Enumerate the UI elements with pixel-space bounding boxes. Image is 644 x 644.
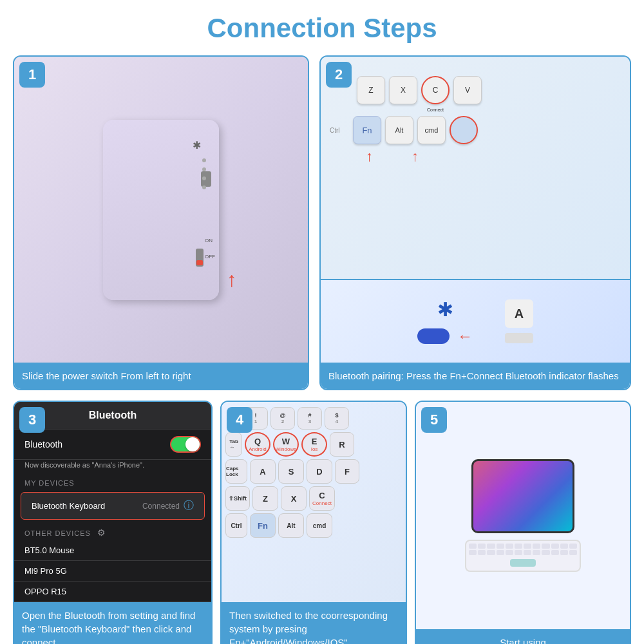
bt-indicator-bar — [417, 328, 450, 344]
bt-toggle-row: Bluetooth — [14, 430, 211, 460]
step4-caption: Then switched to the coorresponding syst… — [222, 602, 406, 644]
left-arrow: ← — [457, 327, 473, 345]
indicator-dots — [202, 158, 206, 189]
step5-image — [416, 402, 630, 629]
step5-number: 5 — [421, 407, 447, 433]
tablet-screen — [473, 461, 573, 531]
step1-image: ✱ ON OFF — [14, 57, 308, 363]
info-icon[interactable]: ⓘ — [184, 499, 194, 513]
step1-number: 1 — [19, 62, 45, 88]
step1-caption: Slide the power switch From left to righ… — [14, 363, 308, 389]
power-switch — [196, 249, 204, 267]
mini-keys-grid — [466, 541, 580, 558]
keyboard-side-illustration: ✱ ON OFF — [103, 120, 219, 300]
my-devices-header: MY DEVICES — [14, 474, 211, 489]
step2-number: 2 — [326, 62, 352, 88]
device-row-3[interactable]: OPPO R15 — [14, 582, 211, 602]
tablet-device — [471, 459, 574, 533]
other-devices-header: OTHER DEVICES ⚙ — [14, 522, 211, 540]
indicator-bar — [505, 333, 533, 343]
device-row-2[interactable]: Mi9 Pro 5G — [14, 561, 211, 582]
loading-icon: ⚙ — [97, 527, 106, 538]
bt-pairing-area: ✱ ← A — [321, 279, 630, 363]
page-title: Connection Steps — [207, 13, 437, 44]
bt-toggle[interactable] — [170, 436, 201, 453]
tablet-keyboard-illustration — [465, 459, 581, 572]
bt-connected-status: Connected — [142, 502, 180, 511]
step3-card: 3 Bluetooth Bluetooth Now discoverable a… — [13, 401, 213, 644]
step4-number: 4 — [227, 407, 252, 433]
toggle-thumb — [185, 437, 200, 451]
step1-card: 1 ✱ ON — [13, 55, 309, 390]
keyboard-device — [465, 540, 581, 572]
step4-card: 4 !1 @2 #3 $4 Tab↔ Q — [220, 401, 407, 644]
on-off-label: ON OFF — [205, 237, 215, 261]
bt-discoverable-text: Now discoverable as "Anna's iPhone". — [14, 460, 211, 474]
phone-screen: Bluetooth Bluetooth Now discoverable as … — [14, 402, 211, 602]
power-arrow: ↑ — [227, 268, 237, 292]
step2-image: ⇧ Shift Z X C Connect V Ctrl Fn Alt cmd — [321, 57, 630, 363]
page-container: Connection Steps 1 ✱ — [0, 0, 644, 644]
bt-device-name: Bluetooth Keyboard — [32, 501, 105, 511]
top-steps-row: 1 ✱ ON — [13, 55, 631, 390]
step5-caption: Start using — [416, 629, 630, 644]
keyboard-top-keys: ⇧ Shift Z X C Connect V Ctrl Fn Alt cmd — [321, 57, 630, 167]
touchpad-mini — [510, 559, 536, 567]
device-row-1[interactable]: BT5.0 Mouse — [14, 540, 211, 561]
bt-label: Bluetooth — [24, 439, 62, 450]
bt-symbol: ✱ — [437, 298, 453, 321]
step3-number: 3 — [19, 407, 45, 433]
bt-keyboard-row[interactable]: Bluetooth Keyboard Connected ⓘ — [21, 492, 205, 520]
up-arrows: ↑ ↑ — [327, 148, 623, 165]
bottom-steps-row: 3 Bluetooth Bluetooth Now discoverable a… — [13, 401, 631, 644]
step2-caption: Bluetooth pairing: Press the Fn+Connect … — [321, 363, 630, 389]
step5-card: 5 — [415, 401, 631, 644]
step3-caption: Open the Bluetooth from setting and find… — [14, 602, 211, 644]
letter-a: A — [505, 299, 533, 328]
step2-card: 2 ⇧ Shift Z X C Connect V Ct — [319, 55, 631, 390]
bt-icon: ✱ — [193, 139, 201, 151]
step3-image: Bluetooth Bluetooth Now discoverable as … — [14, 402, 211, 602]
